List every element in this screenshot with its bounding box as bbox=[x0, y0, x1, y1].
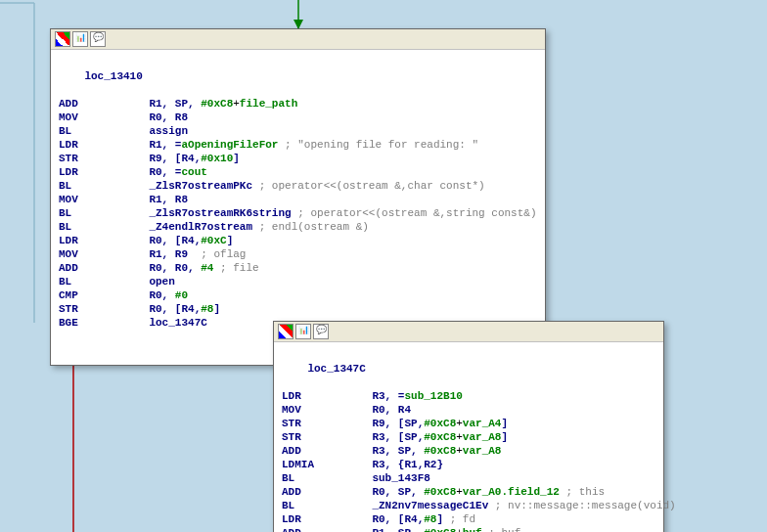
asm-line: ADD R0, SP, #0xC8+var_A0.field_12 ; this bbox=[282, 485, 655, 499]
node-body: loc_13410 ADD R1, SP, #0xC8+file_pathMOV… bbox=[51, 50, 545, 365]
asm-line: BL _ZlsR7ostreamPKc ; operator<<(ostream… bbox=[59, 179, 537, 193]
asm-line: STR R3, [SP,#0xC8+var_A8] bbox=[282, 430, 655, 444]
block-label: loc_13410 bbox=[84, 70, 142, 82]
asm-line: BL _ZlsR7ostreamRK6string ; operator<<(o… bbox=[59, 206, 537, 220]
asm-line: MOV R1, R8 bbox=[59, 193, 537, 206]
asm-line: STR R9, [R4,#0x10] bbox=[59, 152, 537, 165]
asm-line: MOV R1, R9 ; oflag bbox=[59, 247, 537, 261]
color-icon[interactable] bbox=[278, 324, 293, 339]
color-icon[interactable] bbox=[55, 31, 70, 47]
asm-line: ADD R3, SP, #0xC8+var_A8 bbox=[282, 444, 655, 458]
asm-line: MOV R0, R8 bbox=[59, 111, 537, 124]
block-label: loc_1347C bbox=[307, 363, 365, 375]
asm-line: STR R9, [SP,#0xC8+var_A4] bbox=[282, 417, 655, 430]
msg-icon[interactable]: 💬 bbox=[90, 31, 106, 47]
node-header: 📊 💬 bbox=[51, 29, 545, 50]
asm-line: MOV R0, R4 bbox=[282, 403, 655, 417]
asm-line: ADD R1, SP, #0xC8+buf ; buf bbox=[282, 526, 655, 532]
msg-icon[interactable]: 💬 bbox=[313, 324, 329, 339]
asm-line: LDR R0, [R4,#0xC] bbox=[59, 234, 537, 247]
asm-line: BL _Z4endlR7ostream ; endl(ostream &) bbox=[59, 220, 537, 234]
asm-line: LDR R1, =aOpeningFileFor ; "opening file… bbox=[59, 138, 537, 152]
asm-line: LDMIA R3, {R1,R2} bbox=[282, 458, 655, 471]
disasm-node-loc-1347c[interactable]: 📊 💬 loc_1347C LDR R3, =sub_12B10MOV R0, … bbox=[273, 321, 664, 532]
asm-line: LDR R0, [R4,#8] ; fd bbox=[282, 512, 655, 526]
chart-icon[interactable]: 📊 bbox=[295, 324, 311, 339]
asm-line: ADD R1, SP, #0xC8+file_path bbox=[59, 97, 537, 111]
chart-icon[interactable]: 📊 bbox=[72, 31, 88, 47]
asm-line: LDR R3, =sub_12B10 bbox=[282, 389, 655, 403]
asm-line: BL sub_143F8 bbox=[282, 471, 655, 485]
asm-line: ADD R0, R0, #4 ; file bbox=[59, 261, 537, 275]
node-header: 📊 💬 bbox=[274, 322, 663, 342]
asm-line: CMP R0, #0 bbox=[59, 288, 537, 302]
asm-line: LDR R0, =cout bbox=[59, 165, 537, 179]
asm-line: BL assign bbox=[59, 124, 537, 138]
disasm-node-loc-13410[interactable]: 📊 💬 loc_13410 ADD R1, SP, #0xC8+file_pat… bbox=[50, 28, 546, 366]
asm-line: STR R0, [R4,#8] bbox=[59, 302, 537, 316]
asm-line: BL _ZN2nv7messageC1Ev ; nv::message::mes… bbox=[282, 499, 655, 512]
node-body: loc_1347C LDR R3, =sub_12B10MOV R0, R4ST… bbox=[274, 342, 663, 532]
asm-line: BL open bbox=[59, 275, 537, 288]
